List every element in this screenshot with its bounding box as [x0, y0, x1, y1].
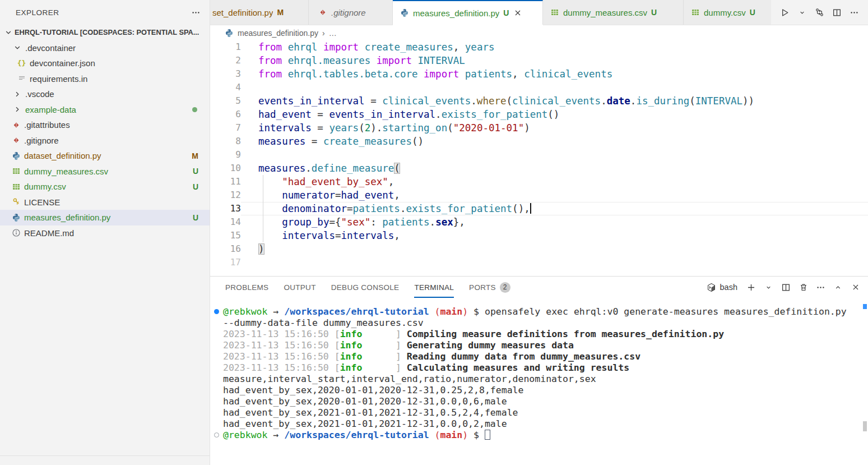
- panel-tab-ports[interactable]: PORTS2: [469, 277, 510, 298]
- terminal-token: (: [435, 306, 440, 317]
- tree-item-dataset-definition-py[interactable]: dataset_definition.pyM: [0, 148, 210, 164]
- tab-measures-definition-py[interactable]: measures_definition.pyU: [393, 0, 543, 25]
- terminal-token: ): [462, 430, 468, 440]
- tab-dummy-measures-csv[interactable]: dummy_measures.csvU: [543, 0, 684, 25]
- terminal-dropdown[interactable]: [764, 283, 773, 292]
- terminal-line: 2023-11-13 15:16:50 [info ] Generating d…: [223, 340, 857, 351]
- code-line: 12 numerator=had_event,: [210, 188, 868, 202]
- terminal-command-marker: [863, 304, 867, 309]
- tree-item-dummy-csv[interactable]: dummy.csvU: [0, 179, 210, 195]
- root-folder-label: EHRQL-TUTORIAL [CODESPACES: POTENTIAL SP…: [15, 28, 199, 36]
- split-terminal-button[interactable]: [781, 283, 791, 292]
- more-actions-button[interactable]: [850, 8, 859, 17]
- breadcrumb[interactable]: measures_definition.py › …: [210, 25, 868, 40]
- new-terminal-button[interactable]: [746, 283, 756, 292]
- terminal-token: ]: [362, 329, 406, 339]
- panel-tab-terminal[interactable]: TERMINAL: [414, 277, 454, 298]
- open-changes-button[interactable]: [815, 8, 824, 17]
- close-panel-button[interactable]: [851, 283, 860, 292]
- terminal-line: had_event_by_sex,2020-01-01,2020-12-31,0…: [223, 385, 857, 396]
- terminal-token: info: [340, 340, 363, 351]
- code-token: [459, 68, 465, 80]
- git-status-badge: U: [750, 8, 755, 17]
- terminal-token: 2023-11-13 15:16:50 [: [223, 362, 340, 373]
- code-line: 15 intervals=intervals,: [210, 229, 868, 242]
- csv-icon: [11, 167, 21, 176]
- terminal-token: --dummy-data-file dummy_measures.csv: [223, 317, 424, 328]
- terminal-token: Reading dummy data from dummy_measures.c…: [407, 351, 640, 362]
- run-button[interactable]: [780, 8, 790, 17]
- code-line-content: measures.define_measure(: [241, 162, 868, 175]
- panel-tab-problems[interactable]: PROBLEMS: [225, 277, 268, 298]
- code-line: 4: [210, 81, 868, 94]
- terminal-output[interactable]: @rebkwok → /workspaces/ehrql-tutorial (m…: [223, 303, 857, 465]
- code-token: (: [507, 95, 513, 107]
- git-status-badge: U: [651, 8, 657, 17]
- split-editor-button[interactable]: [832, 8, 842, 17]
- terminal-scrollbar[interactable]: [863, 421, 867, 431]
- tree-item-readme-md[interactable]: README.md: [0, 225, 210, 241]
- tree-item-devcontainer-json[interactable]: {}devcontainer.json: [0, 56, 210, 71]
- editor-tab-bar: set_definition.pyM.gitignoremeasures_def…: [210, 0, 868, 25]
- code-line: 7intervals = years(2).starting_on("2020-…: [210, 121, 868, 135]
- maximize-panel-button[interactable]: [833, 283, 843, 292]
- terminal-token: Compiling measure definitions from measu…: [407, 329, 724, 339]
- tree-item-example-data[interactable]: example-data: [0, 102, 210, 118]
- terminal-shell[interactable]: bash: [707, 283, 737, 292]
- code-token: ehrql: [288, 42, 318, 53]
- panel-tab-debug-console[interactable]: DEBUG CONSOLE: [331, 277, 400, 298]
- tree-item-requirements-in[interactable]: requirements.in: [0, 71, 210, 87]
- terminal-line: @rebkwok → /workspaces/ehrql-tutorial (m…: [223, 306, 857, 317]
- tree-item-label: example-data: [25, 105, 76, 114]
- code-editor[interactable]: 1from ehrql import create_measures, year…: [210, 40, 868, 276]
- panel-tab-label: DEBUG CONSOLE: [331, 283, 400, 292]
- terminal-token: had_event_by_sex,2021-01-01,2021-12-31,0…: [223, 418, 507, 429]
- terminal-token: main: [440, 430, 462, 440]
- kill-terminal-button[interactable]: [799, 283, 808, 292]
- run-dropdown[interactable]: [797, 8, 807, 17]
- code-token: where: [477, 95, 507, 107]
- code-token: (),: [512, 203, 530, 214]
- tree-item-measures-definition-py[interactable]: measures_definition.pyU: [0, 210, 210, 225]
- code-token: create_measures: [365, 42, 453, 53]
- code-token: :: [370, 217, 382, 228]
- tab-label: measures_definition.py: [413, 8, 499, 18]
- code-token: )): [742, 95, 754, 107]
- code-token: had_event: [258, 109, 312, 120]
- terminal-token: ]: [362, 351, 406, 362]
- panel-header: PROBLEMSOUTPUTDEBUG CONSOLETERMINALPORTS…: [210, 277, 868, 298]
- code-token: [412, 55, 418, 66]
- git-status-badge: U: [193, 213, 198, 222]
- code-token: patients: [465, 68, 512, 80]
- code-line: 17: [210, 256, 868, 269]
- code-token: exists_for_patient: [406, 203, 512, 214]
- panel-tab-output[interactable]: OUTPUT: [284, 277, 315, 298]
- terminal-token: had_event_by_sex,2020-01-01,2020-12-31,0…: [223, 385, 523, 395]
- outline-section-header[interactable]: OUTLINE: [0, 455, 210, 465]
- code-token: },: [453, 217, 465, 228]
- tree-item-devcontainer[interactable]: .devcontainer: [0, 40, 210, 56]
- tree-root-folder[interactable]: EHRQL-TUTORIAL [CODESPACES: POTENTIAL SP…: [0, 25, 210, 40]
- terminal-more-button[interactable]: [816, 283, 825, 292]
- close-tab-icon[interactable]: [513, 8, 522, 18]
- tab-gitignore[interactable]: .gitignore: [309, 0, 393, 25]
- tab-dummy-csv[interactable]: dummy.csvU: [684, 0, 782, 25]
- tree-item-gitignore[interactable]: .gitignore: [0, 133, 210, 149]
- line-number: 13: [210, 202, 241, 215]
- tree-item-dummy-measures-csv[interactable]: dummy_measures.csvU: [0, 164, 210, 179]
- explorer-more-icon[interactable]: [191, 8, 201, 17]
- git-status-badge: U: [503, 8, 509, 17]
- tree-item-gitattributes[interactable]: .gitattributes: [0, 117, 210, 133]
- python-icon: [11, 151, 21, 160]
- breadcrumb-more[interactable]: …: [329, 29, 337, 38]
- code-token: denominator: [282, 203, 347, 214]
- tab-set-definition-py[interactable]: set_definition.pyM: [210, 0, 309, 25]
- tree-item-vscode[interactable]: .vscode: [0, 86, 210, 102]
- terminal-token: had_event_by_sex,2020-01-01,2020-12-31,0…: [223, 396, 507, 407]
- code-token: [282, 55, 288, 66]
- code-token: .: [471, 95, 477, 107]
- code-token: (: [359, 122, 365, 133]
- tree-item-license[interactable]: LICENSE: [0, 195, 210, 210]
- code-token: (): [547, 109, 559, 120]
- git-icon: [11, 120, 21, 130]
